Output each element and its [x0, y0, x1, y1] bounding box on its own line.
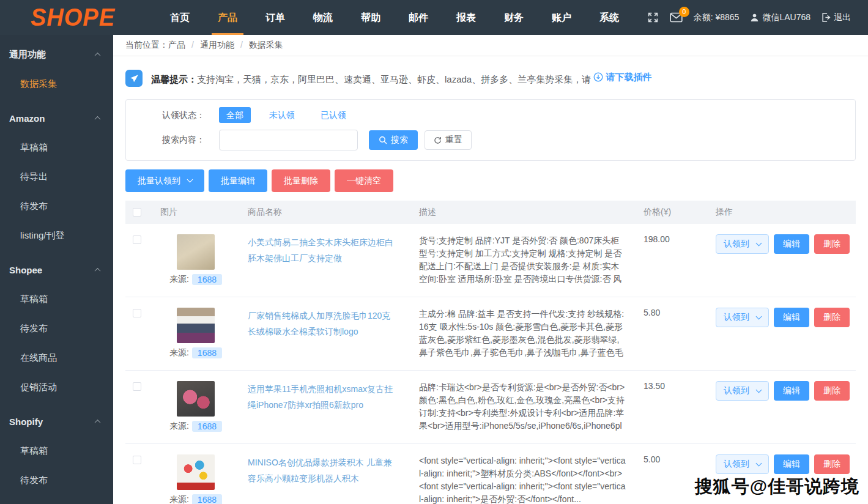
username: 微信LAU768 — [762, 12, 811, 23]
table-row: 来源: 1688 小美式简易二抽全实木床头柜床边柜白胚木架佛山工厂支持定做 货号… — [125, 224, 856, 297]
claim-option-未认领[interactable]: 未认领 — [269, 110, 295, 120]
sidebar-item-待发布[interactable]: 待发布 — [0, 465, 113, 495]
send-icon — [125, 70, 143, 87]
nav-item-邮件[interactable]: 邮件 — [399, 0, 438, 35]
nav-item-帮助[interactable]: 帮助 — [351, 0, 390, 35]
download-icon — [593, 72, 603, 82]
product-thumbnail[interactable] — [177, 234, 215, 270]
search-input[interactable] — [219, 130, 358, 150]
clear-all-button[interactable]: 一键清空 — [335, 169, 393, 192]
nav-item-财务[interactable]: 财务 — [494, 0, 533, 35]
sidebar-item-在线商品[interactable]: 在线商品 — [0, 343, 113, 372]
nav-item-物流[interactable]: 物流 — [303, 0, 343, 35]
sidebar-item-草稿箱[interactable]: 草稿箱 — [0, 436, 113, 465]
sidebar-item-待导出[interactable]: 待导出 — [0, 162, 113, 191]
product-price: 5.80 — [639, 308, 713, 317]
messages-button[interactable]: 0 — [670, 12, 683, 23]
nav-item-订单[interactable]: 订单 — [256, 0, 295, 35]
balance-label: 余额: ¥8865 — [694, 12, 740, 23]
product-name-link[interactable]: 小美式简易二抽全实木床头柜床边柜白胚木架佛山工厂支持定做 — [242, 234, 413, 266]
products-table: 图片 商品名称 描述 价格(¥) 操作 来源: 1688 小美式简易二抽全实木床… — [125, 201, 856, 504]
sidebar-item-待发布[interactable]: 待发布 — [0, 314, 113, 343]
batch-delete-button[interactable]: 批量删除 — [272, 169, 330, 192]
delete-button[interactable]: 删除 — [814, 308, 850, 327]
product-description: <font style="vertical-align: inherit;"><… — [413, 454, 639, 504]
row-checkbox[interactable] — [133, 235, 141, 244]
sidebar-item-草稿箱[interactable]: 草稿箱 — [0, 284, 113, 314]
product-thumbnail[interactable] — [177, 308, 215, 343]
edit-button[interactable]: 编辑 — [774, 308, 809, 327]
shope-logo[interactable]: SHOPE — [0, 4, 156, 31]
delete-button[interactable]: 删除 — [814, 234, 850, 254]
row-checkbox[interactable] — [133, 309, 141, 317]
sidebar-section-Shopify[interactable]: Shopify — [0, 407, 113, 436]
claim-to-button[interactable]: 认领到 — [716, 308, 769, 327]
row-checkbox[interactable] — [133, 382, 141, 391]
sidebar-section-通用功能[interactable]: 通用功能 — [0, 40, 113, 69]
claim-to-button[interactable]: 认领到 — [716, 381, 769, 401]
product-thumbnail[interactable] — [177, 381, 215, 417]
sidebar-item-促销活动[interactable]: 促销活动 — [0, 372, 113, 402]
download-plugin-link[interactable]: 请下载插件 — [593, 72, 651, 83]
product-thumbnail[interactable] — [177, 454, 215, 490]
sidebar-item-草稿箱[interactable]: 草稿箱 — [0, 133, 113, 162]
product-name-link[interactable]: MINISO名创优品爆款拼装积木 儿童兼容乐高小颗粒变形机器人积木 — [242, 454, 413, 486]
breadcrumb-item[interactable]: 数据采集 — [249, 40, 283, 50]
batch-claim-to-label: 批量认领到 — [138, 176, 180, 187]
nav-item-产品[interactable]: 产品 — [208, 0, 247, 35]
notice-bar: 温馨提示：支持淘宝，天猫，京东，阿里巴巴、速卖通、亚马逊、虾皮、lazada、拼… — [125, 70, 856, 87]
logout-button[interactable]: 退出 — [822, 12, 851, 23]
batch-edit-button[interactable]: 批量编辑 — [209, 169, 267, 192]
nav-item-系统[interactable]: 系统 — [590, 0, 629, 35]
user-icon — [750, 13, 759, 22]
fullscreen-icon[interactable] — [647, 12, 659, 23]
product-name-link[interactable]: 适用苹果11手机壳照相机xsmax复古挂绳iPhone7防摔xr拍照6新款pro — [242, 381, 413, 413]
top-navbar: SHOPE 首页产品订单物流帮助邮件报表财务账户系统 0 余额: ¥8865 — [0, 0, 868, 35]
table-header: 图片 商品名称 描述 价格(¥) 操作 — [125, 201, 856, 224]
breadcrumb-separator: / — [191, 40, 194, 50]
sidebar-item-待发布[interactable]: 待发布 — [0, 191, 113, 221]
sidebar-section-Amazon[interactable]: Amazon — [0, 103, 113, 133]
edit-button[interactable]: 编辑 — [774, 381, 809, 401]
row-checkbox[interactable] — [133, 456, 141, 464]
navbar-right: 0 余额: ¥8865 微信LAU768 退出 — [647, 12, 868, 23]
reset-button[interactable]: 重置 — [425, 130, 472, 150]
edit-button[interactable]: 编辑 — [774, 234, 809, 254]
sidebar-item-在线商品[interactable]: 在线商品 — [0, 495, 113, 504]
sidebar-item-数据采集[interactable]: 数据采集 — [0, 69, 113, 98]
user-menu[interactable]: 微信LAU768 — [750, 12, 811, 23]
source-badge[interactable]: 1688 — [192, 494, 222, 504]
notice-bold: 温馨提示： — [151, 73, 197, 84]
claim-option-全部[interactable]: 全部 — [219, 107, 251, 123]
claim-option-已认领[interactable]: 已认领 — [321, 110, 346, 120]
claim-to-button[interactable]: 认领到 — [716, 454, 769, 474]
delete-button[interactable]: 删除 — [814, 381, 850, 401]
nav-item-报表[interactable]: 报表 — [447, 0, 486, 35]
breadcrumb-item[interactable]: 通用功能 — [200, 40, 234, 50]
claim-to-button[interactable]: 认领到 — [716, 234, 769, 254]
edit-button[interactable]: 编辑 — [774, 454, 809, 474]
header-price: 价格(¥) — [639, 207, 713, 218]
delete-button[interactable]: 删除 — [814, 454, 850, 474]
search-button[interactable]: 搜索 — [369, 130, 418, 150]
batch-claim-to-button[interactable]: 批量认领到 — [125, 169, 204, 192]
sidebar-section-label: Shopee — [9, 265, 42, 275]
nav-item-账户[interactable]: 账户 — [542, 0, 581, 35]
reset-button-label: 重置 — [445, 135, 462, 146]
source-badge[interactable]: 1688 — [192, 421, 222, 432]
product-name-link[interactable]: 厂家销售纯棉成人加厚洗脸毛巾120克长绒棉吸水全棉柔软订制logo — [242, 308, 413, 339]
refresh-icon — [434, 136, 442, 144]
nav-item-首页[interactable]: 首页 — [160, 0, 199, 35]
sidebar-section-Shopee[interactable]: Shopee — [0, 255, 113, 284]
breadcrumb-item[interactable]: 产品 — [168, 40, 185, 50]
source-badge[interactable]: 1688 — [192, 347, 222, 358]
claim-to-label: 认领到 — [724, 239, 749, 250]
watermark-text: 搜狐号@佳哥说跨境 — [695, 475, 859, 499]
search-content-label: 搜索内容： — [141, 135, 205, 146]
search-button-label: 搜索 — [391, 135, 408, 146]
source-badge[interactable]: 1688 — [192, 274, 222, 285]
claim-to-label: 认领到 — [724, 312, 749, 323]
select-all-checkbox[interactable] — [133, 208, 141, 217]
search-icon — [379, 136, 387, 144]
sidebar-item-listing/刊登[interactable]: listing/刊登 — [0, 221, 113, 250]
